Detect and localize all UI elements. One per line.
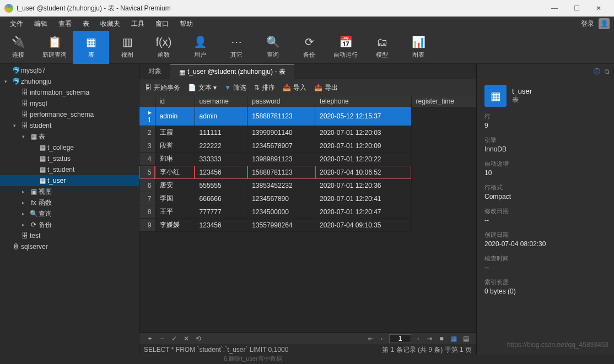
cell[interactable]: 13989891123	[247, 153, 315, 166]
cell[interactable]: admin	[155, 107, 195, 126]
col-register_time[interactable]: register_time	[411, 96, 476, 107]
cell[interactable]: 1234567890	[247, 192, 315, 205]
tab-objects[interactable]: 对象	[139, 64, 170, 79]
first-page-button[interactable]: ⇤	[365, 335, 377, 343]
cell[interactable]: 2020-07-01 12:20:03	[315, 126, 412, 139]
cell[interactable]: 唐安	[155, 179, 195, 192]
stop-button[interactable]: ■	[435, 335, 448, 343]
cell[interactable]: 2020-07-04 10:06:52	[315, 166, 412, 179]
cell[interactable]: 2020-07-01 12:20:09	[315, 139, 412, 153]
table-row[interactable]: 2王霞111111139909011402020-07-01 12:20:03	[139, 126, 476, 139]
table-row[interactable]: 9李媛媛123456135579982642020-07-04 09:10:35	[139, 219, 476, 232]
cell[interactable]: 777777	[195, 205, 247, 219]
tree-student[interactable]: ▾🗄student	[0, 120, 139, 131]
cell[interactable]: 123456	[195, 219, 247, 232]
table-row[interactable]: 5李小红123456158887811232020-07-04 10:06:52	[139, 166, 476, 179]
maximize-button[interactable]: ☐	[565, 0, 588, 17]
tree-test[interactable]: 🗄test	[0, 230, 139, 241]
tool-表[interactable]: ▦表	[73, 31, 109, 64]
tool-新建查询[interactable]: 📋新建查询	[36, 31, 73, 64]
menu-编辑[interactable]: 编辑	[29, 17, 53, 31]
connection-tree[interactable]: 🐬mysql57▾🐬zhuhongju🗄information_schema🗄m…	[0, 64, 139, 355]
commit-button[interactable]: ✓	[168, 335, 180, 343]
col-username[interactable]: username	[195, 96, 247, 107]
tool-用户[interactable]: 👤用户	[182, 31, 218, 64]
table-row[interactable]: 8王平77777712345000002020-07-01 12:20:47	[139, 205, 476, 219]
tree-查询[interactable]: ▸🔍查询	[0, 208, 139, 219]
menu-表[interactable]: 表	[77, 17, 95, 31]
tree-zhuhongju[interactable]: ▾🐬zhuhongju	[0, 76, 139, 87]
tree-t_user[interactable]: ▦t_user	[0, 175, 139, 186]
table-row[interactable]: 4郑琳333333139898911232020-07-01 12:20:22	[139, 153, 476, 166]
info-tab-icon[interactable]: ⓘ	[594, 67, 600, 77]
table-row[interactable]: 7李国66666612345678902020-07-01 12:20:41	[139, 192, 476, 205]
sort-button[interactable]: ⇅ 排序	[254, 83, 275, 93]
begin-transaction-button[interactable]: 🗄 开始事务	[145, 83, 180, 93]
tool-函数[interactable]: f(x)函数	[146, 31, 182, 64]
cell[interactable]: 555555	[195, 179, 247, 192]
grid-view-icon[interactable]: ▦	[448, 335, 460, 343]
tool-连接[interactable]: 🔌连接	[0, 31, 36, 64]
cell[interactable]: 2020-07-01 12:20:41	[315, 192, 412, 205]
add-row-button[interactable]: +	[144, 335, 156, 343]
tree-performance_schema[interactable]: 🗄performance_schema	[0, 109, 139, 120]
cell[interactable]: 2020-05-12 12:15:37	[315, 107, 412, 126]
cell[interactable]: 15888781123	[247, 107, 315, 126]
col-telephone[interactable]: telephone	[315, 96, 412, 107]
col-password[interactable]: password	[247, 96, 315, 107]
tree-备份[interactable]: ▸⟳备份	[0, 219, 139, 230]
cell[interactable]: 王霞	[155, 126, 195, 139]
cell[interactable]: 李小红	[155, 166, 195, 179]
form-view-icon[interactable]: ▤	[460, 335, 472, 343]
table-row[interactable]: ▸ 1adminadmin158887811232020-05-12 12:15…	[139, 107, 476, 126]
user-icon[interactable]: 👤	[599, 18, 610, 29]
ddl-tab-icon[interactable]: ⧉	[605, 68, 610, 75]
tree-函数[interactable]: ▸fx函数	[0, 197, 139, 208]
last-page-button[interactable]: ⇥	[423, 335, 435, 343]
tool-自动运行[interactable]: 📅自动运行	[327, 31, 364, 64]
next-page-button[interactable]: →	[411, 335, 423, 343]
text-button[interactable]: 📄 文本 ▾	[188, 83, 217, 93]
tool-查询[interactable]: 🔍查询	[255, 31, 291, 64]
cell[interactable]: 333333	[195, 153, 247, 166]
menu-文件[interactable]: 文件	[4, 17, 29, 31]
refresh-button[interactable]: ⟲	[192, 335, 204, 343]
menu-工具[interactable]: 工具	[126, 17, 150, 31]
tab-t-user[interactable]: ▦t_user @student (zhuhongju) - 表	[170, 64, 294, 79]
cell[interactable]: 2020-07-01 12:20:22	[315, 153, 412, 166]
cell[interactable]: 13557998264	[247, 219, 315, 232]
tree-mysql[interactable]: 🗄mysql	[0, 98, 139, 109]
menu-帮助[interactable]: 帮助	[174, 17, 198, 31]
export-button[interactable]: 📤 导出	[314, 83, 338, 93]
cell[interactable]: 段誉	[155, 139, 195, 153]
tool-视图[interactable]: ▥视图	[109, 31, 146, 64]
tree-t_student[interactable]: ▦t_student	[0, 164, 139, 175]
cell[interactable]: 666666	[195, 192, 247, 205]
tree-sqlserver[interactable]: 🛢sqlserver	[0, 241, 139, 252]
cancel-button[interactable]: ✕	[180, 335, 192, 343]
filter-button[interactable]: ▼ 筛选	[224, 83, 246, 93]
close-button[interactable]: ✕	[588, 0, 610, 17]
tree-mysql57[interactable]: 🐬mysql57	[0, 65, 139, 76]
cell[interactable]: 2020-07-04 09:10:35	[315, 219, 412, 232]
tool-图表[interactable]: 📊图表	[400, 31, 437, 64]
cell[interactable]: 郑琳	[155, 153, 195, 166]
cell[interactable]: 13990901140	[247, 126, 315, 139]
tree-t_college[interactable]: ▦t_college	[0, 142, 139, 153]
cell[interactable]: 1234500000	[247, 205, 315, 219]
cell[interactable]: 222222	[195, 139, 247, 153]
menu-查看[interactable]: 查看	[53, 17, 77, 31]
import-button[interactable]: 📥 导入	[283, 83, 306, 93]
tool-备份[interactable]: ⟳备份	[291, 31, 327, 64]
cell[interactable]: 15888781123	[247, 166, 315, 179]
tree-表[interactable]: ▾▦表	[0, 131, 139, 142]
table-row[interactable]: 3段誉222222123456789072020-07-01 12:20:09	[139, 139, 476, 153]
cell[interactable]: 12345678907	[247, 139, 315, 153]
cell[interactable]: 123456	[195, 166, 247, 179]
prev-page-button[interactable]: ←	[377, 335, 389, 343]
cell[interactable]: admin	[195, 107, 247, 126]
table-row[interactable]: 6唐安555555138534522322020-07-01 12:20:36	[139, 179, 476, 192]
tree-t_status[interactable]: ▦t_status	[0, 153, 139, 164]
data-grid[interactable]: idusernamepasswordtelephoneregister_time…	[139, 96, 476, 332]
menu-收藏夹[interactable]: 收藏夹	[95, 17, 126, 31]
